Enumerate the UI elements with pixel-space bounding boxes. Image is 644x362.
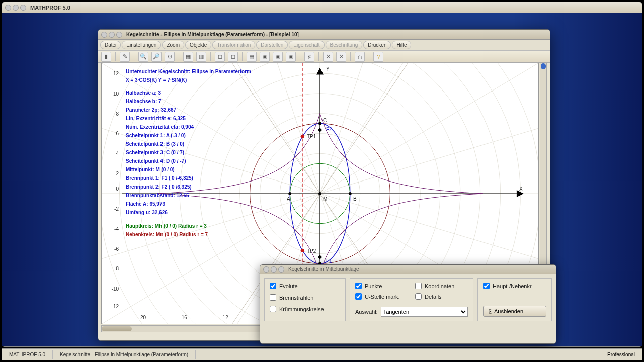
svg-marker-34	[317, 68, 323, 74]
pt-TP1: TP1	[307, 134, 316, 139]
menu-datei[interactable]: Datei	[100, 41, 121, 49]
options-window: Kegelschnitte in Mittelpunktlage Evolute…	[260, 264, 556, 344]
chk-ustelle[interactable]: U-Stelle mark.	[355, 293, 408, 300]
doc-close-icon[interactable]	[101, 32, 107, 38]
chk-punkte[interactable]: Punkte	[355, 283, 408, 289]
pt-F1: F1	[326, 258, 332, 264]
menu-darstellen: Darstellen	[256, 41, 288, 49]
pt-TP2: TP2	[307, 248, 316, 254]
tb-print-icon[interactable]: ⎙	[355, 52, 365, 62]
tb-grid-icon[interactable]: ▦	[183, 52, 193, 62]
tb-box1-icon[interactable]: ◻	[215, 52, 225, 62]
auswahl-label: Auswahl:	[355, 309, 378, 315]
menubar: Datei Einstellungen Zoom Objekte Transfo…	[98, 40, 550, 51]
tb-layout-icon[interactable]: ▤	[247, 52, 257, 62]
svg-point-48	[301, 135, 304, 138]
taskbar: MATHPROF 5.0 Kegelschnitte - Ellipse in …	[2, 348, 642, 360]
pt-B: B	[353, 196, 357, 202]
tb-zoom-reset-icon[interactable]: ⊙	[165, 52, 175, 62]
opts-close-icon[interactable]	[263, 266, 269, 273]
opts-min-icon[interactable]	[271, 266, 277, 273]
menu-einstellungen[interactable]: Einstellungen	[122, 41, 161, 49]
doc-min-icon[interactable]	[109, 32, 115, 38]
svg-point-41	[288, 192, 291, 195]
document-titlebar[interactable]: Kegelschnitte - Ellipse in Mittelpunktla…	[98, 30, 550, 40]
tb-stop-icon[interactable]: ▮	[101, 52, 111, 62]
svg-line-23	[320, 63, 403, 194]
chk-hauptneben[interactable]: Haupt-/Nebenkr	[483, 283, 546, 289]
ausblenden-button[interactable]: ⎘Ausblenden	[483, 306, 546, 317]
window-max-icon[interactable]	[20, 5, 26, 11]
menu-objekte[interactable]: Objekte	[185, 41, 211, 49]
svg-point-42	[349, 192, 352, 195]
menu-transformation: Transformation	[212, 41, 255, 49]
axis-x-label: X	[519, 186, 523, 192]
axis-y-label: Y	[326, 66, 330, 72]
pt-A: A	[287, 196, 290, 202]
options-title: Kegelschnitte in Mittelpunktlage	[288, 266, 359, 272]
window-close-icon[interactable]	[5, 5, 11, 11]
menu-eigenschaft: Eigenschaft	[289, 41, 324, 49]
document-title: Kegelschnitte - Ellipse in Mittelpunktla…	[126, 32, 299, 37]
chk-kruemmungskreise[interactable]: Krümmungskreise	[270, 306, 340, 312]
menu-beschriftung: Beschriftung	[326, 41, 363, 49]
options-titlebar[interactable]: Kegelschnitte in Mittelpunktlage	[260, 265, 556, 274]
taskbar-status: Professional	[600, 350, 642, 359]
tb-help-icon[interactable]: ?	[373, 52, 383, 62]
pt-C: C	[323, 118, 327, 123]
tb-panel-icon[interactable]: ▥	[196, 52, 206, 62]
tb-win2-icon[interactable]: ▣	[273, 52, 283, 62]
svg-point-45	[318, 192, 321, 195]
doc-max-icon[interactable]	[116, 32, 122, 38]
app-title: MATHPROF 5.0	[30, 5, 70, 11]
tb-box2-icon[interactable]: ◻	[228, 52, 238, 62]
tb-tool-icon[interactable]: ✎	[120, 52, 130, 62]
tb-window-icon[interactable]: ▣	[260, 52, 270, 62]
tb-win3-icon[interactable]: ▣	[286, 52, 296, 62]
toolbar: ▮ ✎ 🔍 🔎 ⊙ ▦ ▥ ◻ ◻ ▤ ▣ ▣	[98, 51, 550, 63]
menu-zoom[interactable]: Zoom	[162, 41, 184, 49]
hide-icon: ⎘	[489, 308, 492, 314]
svg-line-15	[320, 63, 538, 194]
pt-F2: F2	[326, 127, 332, 132]
svg-point-43	[318, 122, 321, 125]
info-panel: Untersuchter Kegelschnitt: Ellipse in Pa…	[126, 67, 251, 239]
menu-hilfe[interactable]: Hilfe	[392, 41, 411, 49]
tb-clear2-icon[interactable]: ✕	[336, 52, 346, 62]
window-min-icon[interactable]	[13, 5, 19, 11]
pt-M: M	[323, 196, 327, 202]
app-titlebar[interactable]: MATHPROF 5.0	[2, 2, 642, 13]
tb-zoom-out-icon[interactable]: 🔎	[151, 52, 162, 62]
chk-brennstrahlen[interactable]: Brennstrahlen	[270, 294, 340, 301]
taskbar-app[interactable]: MATHPROF 5.0	[2, 350, 53, 359]
app-window: MATHPROF 5.0 Kegelschnitte - Ellipse in …	[2, 2, 642, 347]
y-axis-labels: 12 10 8 6 4 2 0 -2 -4 -6 -8 -10 -12	[107, 63, 120, 314]
tb-clear1-icon[interactable]: ✕	[323, 52, 333, 62]
svg-line-21	[320, 194, 538, 259]
svg-line-19	[320, 129, 538, 194]
menu-drucken[interactable]: Drucken	[363, 41, 391, 49]
svg-line-30	[277, 63, 320, 194]
chk-evolute[interactable]: Evolute	[270, 283, 340, 289]
tb-copy-icon[interactable]: ⎘	[304, 52, 314, 62]
chk-koordinaten[interactable]: Koordinaten	[415, 283, 468, 289]
svg-point-49	[301, 249, 304, 252]
auswahl-select[interactable]: Tangenten	[381, 307, 468, 317]
chk-details[interactable]: Details	[415, 293, 468, 300]
tb-zoom-in-icon[interactable]: 🔍	[138, 52, 148, 62]
svg-rect-47	[318, 255, 322, 259]
opts-max-icon[interactable]	[278, 266, 284, 273]
taskbar-doc[interactable]: Kegelschnitte - Ellipse in Mittelpunktla…	[53, 350, 196, 359]
svg-rect-46	[318, 128, 322, 132]
